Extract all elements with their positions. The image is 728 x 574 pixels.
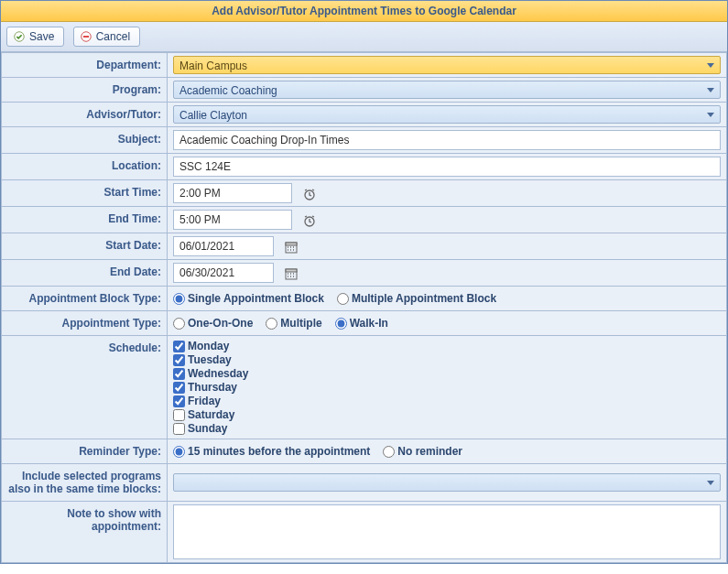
form-table: Department: Main Campus Program: Academi… [1,52,727,563]
schedule-day-label: Wednesday [188,367,248,380]
dialog-title: Add Advisor/Tutor Appointment Times to G… [1,1,727,22]
cancel-label: Cancel [96,30,130,43]
schedule-day-label: Saturday [188,408,234,421]
appt-type-label: Walk-In [350,317,388,330]
appt-type-option[interactable]: One-On-One [173,317,253,330]
note-textarea[interactable] [173,504,721,559]
schedule-day-label: Thursday [188,381,237,394]
location-input[interactable] [173,157,721,177]
schedule-day[interactable]: Monday [173,340,721,352]
appt-type-option[interactable]: Multiple [266,317,321,330]
schedule-day-label: Tuesday [188,353,232,366]
svg-rect-6 [286,243,297,245]
label-department: Department: [2,53,168,78]
department-select[interactable]: Main Campus [173,56,721,74]
svg-rect-8 [286,269,297,272]
appt-type-option[interactable]: Walk-In [335,317,388,330]
end-time-input[interactable] [173,210,292,230]
appt-type-group: One-On-OneMultipleWalk-In [173,317,721,330]
label-reminder: Reminder Type: [2,439,168,464]
calendar-icon[interactable] [282,238,300,256]
reminder-label: 15 minutes before the appointment [188,445,370,458]
advisor-select[interactable]: Callie Clayton [173,105,721,124]
schedule-day-label: Monday [188,340,229,352]
label-include-programs: Include selected programs also in the sa… [2,464,168,502]
calendar-icon[interactable] [282,265,300,283]
svg-rect-2 [83,36,89,38]
schedule-day[interactable]: Sunday [173,422,721,435]
appt-block-type-option[interactable]: Multiple Appointment Block [337,292,496,305]
save-label: Save [29,30,54,43]
subject-input[interactable] [173,130,721,150]
schedule-day[interactable]: Friday [173,395,721,407]
appt-block-type-label: Single Appointment Block [188,292,324,305]
reminder-group: 15 minutes before the appointmentNo remi… [173,445,721,458]
label-advisor: Advisor/Tutor: [2,103,168,127]
schedule-day[interactable]: Thursday [173,381,721,394]
check-icon [13,30,26,43]
label-start-date: Start Date: [2,233,168,260]
start-time-input[interactable] [173,183,292,203]
schedule-day[interactable]: Wednesday [173,367,721,380]
schedule-day-label: Sunday [188,422,227,435]
label-appt-type: Appointment Type: [2,311,168,336]
label-schedule: Schedule: [2,336,168,439]
clock-icon[interactable] [300,185,319,203]
schedule-group: MondayTuesdayWednesdayThursdayFridaySatu… [173,340,721,435]
program-select[interactable]: Academic Coaching [173,81,721,99]
toolbar: Save Cancel [1,22,727,52]
appt-type-label: Multiple [280,317,321,330]
reminder-option[interactable]: No reminder [383,445,462,458]
save-button[interactable]: Save [6,27,64,47]
include-programs-select[interactable] [173,473,721,492]
cancel-button[interactable]: Cancel [73,27,140,47]
reminder-option[interactable]: 15 minutes before the appointment [173,445,370,458]
label-subject: Subject: [2,127,168,154]
dialog-window: Add Advisor/Tutor Appointment Times to G… [0,0,728,564]
label-program: Program: [2,78,168,103]
schedule-day-label: Friday [188,395,221,407]
schedule-day[interactable]: Tuesday [173,353,721,366]
cancel-icon [80,30,92,43]
label-appt-block-type: Appointment Block Type: [2,287,168,311]
schedule-day[interactable]: Saturday [173,408,721,421]
start-date-input[interactable] [173,236,274,256]
appt-block-type-group: Single Appointment BlockMultiple Appoint… [173,292,721,305]
appt-block-type-label: Multiple Appointment Block [352,292,496,305]
label-note: Note to show with appointment: [2,502,168,563]
label-end-date: End Date: [2,260,168,287]
reminder-label: No reminder [397,445,462,458]
label-start-time: Start Time: [2,180,168,207]
appt-type-label: One-On-One [188,317,253,330]
label-location: Location: [2,154,168,180]
clock-icon[interactable] [300,211,319,230]
end-date-input[interactable] [173,263,274,283]
label-end-time: End Time: [2,207,168,233]
appt-block-type-option[interactable]: Single Appointment Block [173,292,324,305]
